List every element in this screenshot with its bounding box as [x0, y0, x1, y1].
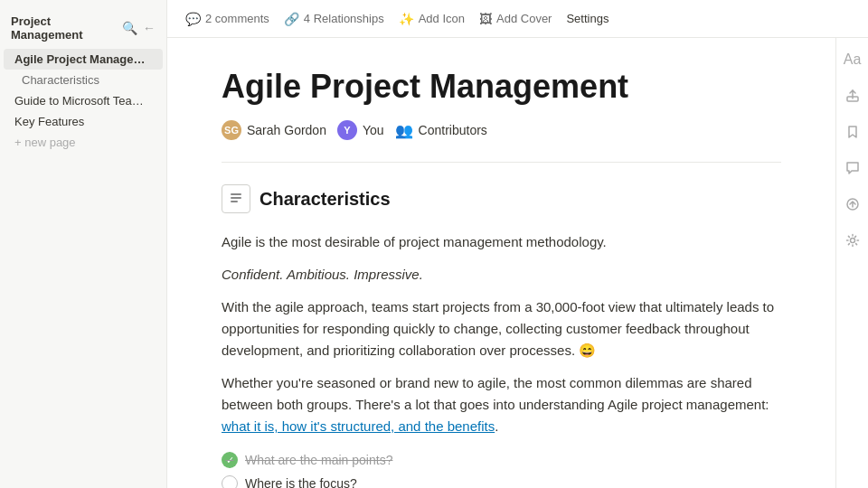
paragraph-4-link[interactable]: what it is, how it's structured, and the… [222, 418, 495, 434]
avatar-you: Y [337, 120, 357, 140]
content-area: Agile Project Management SG Sarah Gordon… [167, 38, 868, 488]
sidebar-item-key-features[interactable]: Key Features [4, 111, 163, 132]
checklist-item-1[interactable]: ✓ What are the main points? [222, 452, 781, 468]
authors-row: SG Sarah Gordon Y You 👥 Contributors [222, 120, 781, 140]
contributors-icon: 👥 [395, 122, 413, 139]
divider [222, 162, 781, 163]
checklist-item-1-text: What are the main points? [245, 453, 392, 467]
comments-count: 2 comments [205, 12, 269, 25]
svg-rect-2 [231, 201, 238, 202]
comments-icon: 💬 [185, 12, 201, 26]
comment-icon[interactable] [842, 157, 863, 179]
settings-icon[interactable] [842, 230, 863, 251]
svg-point-5 [850, 239, 854, 243]
search-icon[interactable]: 🔍 [122, 21, 137, 35]
upload-icon[interactable] [842, 193, 863, 215]
right-sidebar: Aa [835, 38, 868, 488]
paragraph-4-before: Whether you're seasoned or brand new to … [222, 375, 769, 412]
paragraph-4-after: . [495, 418, 498, 434]
sidebar-header: Project Management 🔍 ← [0, 7, 166, 49]
sidebar-header-icons: 🔍 ← [122, 21, 156, 35]
sidebar-item-characteristics[interactable]: Characteristics [4, 70, 163, 90]
relationships-button[interactable]: 🔗 4 Relationships [284, 12, 384, 26]
svg-rect-1 [231, 197, 241, 199]
svg-rect-0 [231, 193, 241, 195]
bookmark-icon[interactable] [842, 121, 863, 143]
back-icon[interactable]: ← [143, 21, 156, 35]
author-you-name: You [363, 123, 384, 137]
add-icon-icon: ✨ [399, 12, 414, 26]
checklist: ✓ What are the main points? Where is the… [222, 452, 781, 488]
add-icon-label: Add Icon [419, 12, 465, 25]
block-header: Characteristics [222, 184, 781, 213]
sidebar-item-new-page[interactable]: + new page [4, 132, 163, 153]
sidebar-item-agile-pm[interactable]: Agile Project Management [4, 49, 163, 70]
settings-button[interactable]: Settings [566, 12, 609, 25]
check-empty-icon [222, 475, 238, 488]
author-sarah-name: Sarah Gordon [247, 123, 326, 137]
comments-button[interactable]: 💬 2 comments [185, 12, 269, 26]
author-you: Y You [337, 120, 384, 140]
font-size-icon[interactable]: Aa [842, 49, 863, 70]
sidebar-item-guide-ms[interactable]: Guide to Microsoft Teams Project... [4, 90, 163, 111]
sidebar: Project Management 🔍 ← Agile Project Man… [0, 0, 167, 488]
main-area: 💬 2 comments 🔗 4 Relationships ✨ Add Ico… [167, 0, 868, 488]
topbar: 💬 2 comments 🔗 4 Relationships ✨ Add Ico… [167, 0, 868, 38]
add-cover-label: Add Cover [496, 12, 552, 25]
relationships-icon: 🔗 [284, 12, 299, 26]
relationships-count: 4 Relationships [304, 12, 384, 25]
add-cover-icon: 🖼 [479, 12, 492, 26]
add-icon-button[interactable]: ✨ Add Icon [399, 12, 465, 26]
sidebar-title: Project Management [11, 14, 122, 42]
paragraph-2: Confident. Ambitious. Impressive. [222, 264, 781, 286]
share-icon[interactable] [842, 85, 863, 107]
paragraph-3: With the agile approach, teams start pro… [222, 296, 781, 361]
contributors-label: Contributors [419, 123, 487, 137]
add-cover-button[interactable]: 🖼 Add Cover [479, 12, 552, 26]
author-sarah: SG Sarah Gordon [222, 120, 326, 140]
settings-label: Settings [566, 12, 609, 25]
block-title: Characteristics [259, 189, 391, 210]
checklist-item-2[interactable]: Where is the focus? [222, 475, 781, 488]
check-done-icon: ✓ [222, 452, 238, 468]
block-icon [222, 184, 250, 213]
paragraph-4: Whether you're seasoned or brand new to … [222, 372, 781, 437]
avatar-sarah: SG [222, 120, 241, 140]
checklist-item-2-text: Where is the focus? [245, 476, 357, 488]
paragraph-1: Agile is the most desirable of project m… [222, 231, 781, 253]
page-title: Agile Project Management [222, 67, 781, 106]
content-main: Agile Project Management SG Sarah Gordon… [167, 38, 835, 488]
contributors: 👥 Contributors [395, 122, 487, 139]
